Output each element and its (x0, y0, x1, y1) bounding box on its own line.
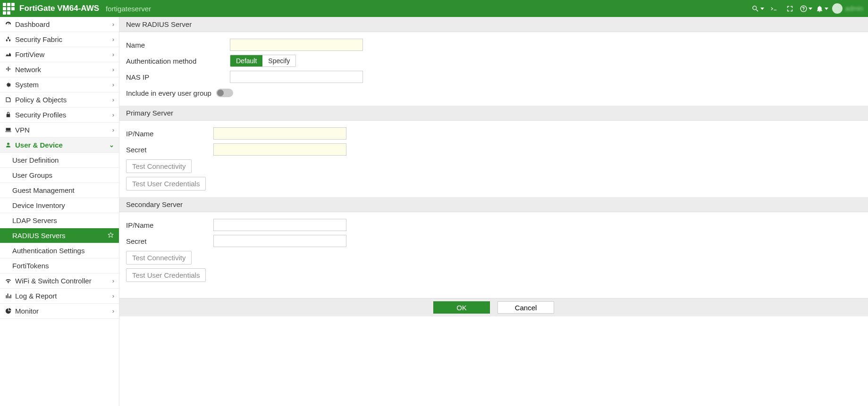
sidebar-item-network[interactable]: Network › (0, 62, 119, 77)
user-icon (4, 141, 12, 149)
gear-icon (4, 81, 12, 88)
sidebar-sub-label: LDAP Servers (12, 216, 114, 224)
sidebar-sub-user-definition[interactable]: User Definition (0, 153, 119, 168)
general-settings: Name Authentication method Default Speci… (119, 32, 868, 106)
name-label: Name (126, 41, 230, 49)
help-button[interactable] (798, 0, 814, 17)
sidebar-item-monitor[interactable]: Monitor › (0, 304, 119, 319)
sidebar-item-policy-objects[interactable]: Policy & Objects › (0, 92, 119, 108)
sidebar-item-fortiview[interactable]: FortiView › (0, 47, 119, 62)
notifications-button[interactable] (814, 0, 830, 17)
sidebar-sub-label: RADIUS Servers (12, 232, 107, 240)
nas-ip-label: NAS IP (126, 73, 230, 81)
sidebar-item-label: Dashboard (15, 20, 112, 28)
product-name: FortiGate VM64-AWS (19, 4, 99, 13)
search-icon (751, 5, 759, 13)
sidebar-item-label: VPN (15, 126, 112, 134)
primary-server-section: IP/Name Secret Test Connectivity Test Us… (119, 121, 868, 197)
sidebar-sub-authentication-settings[interactable]: Authentication Settings (0, 243, 119, 258)
sidebar-item-label: WiFi & Switch Controller (15, 277, 112, 285)
chart-area-icon (4, 51, 12, 58)
sidebar-item-dashboard[interactable]: Dashboard › (0, 17, 119, 32)
chevron-right-icon: › (112, 292, 114, 299)
sidebar-item-log-report[interactable]: Log & Report › (0, 289, 119, 304)
search-button[interactable] (750, 0, 766, 17)
sidebar-sub-ldap-servers[interactable]: LDAP Servers (0, 213, 119, 228)
primary-server-header: Primary Server (119, 106, 868, 121)
sidebar-item-system[interactable]: System › (0, 77, 119, 92)
chevron-right-icon: › (112, 66, 114, 73)
sidebar-sub-label: User Definition (12, 156, 114, 164)
sidebar-sub-fortitokens[interactable]: FortiTokens (0, 258, 119, 273)
sidebar-sub-user-groups[interactable]: User Groups (0, 168, 119, 183)
help-icon (800, 5, 808, 13)
cancel-button[interactable]: Cancel (497, 301, 554, 314)
include-every-group-label: Include in every user group (126, 89, 211, 97)
terminal-icon (770, 5, 778, 13)
secondary-secret-input[interactable] (213, 235, 346, 247)
secondary-secret-label: Secret (126, 237, 213, 245)
pie-chart-icon (4, 307, 12, 315)
sidebar-sub-device-inventory[interactable]: Device Inventory (0, 198, 119, 213)
bell-icon (816, 5, 824, 13)
auth-default-button[interactable]: Default (230, 55, 262, 66)
fullscreen-button[interactable] (782, 0, 798, 17)
sidebar-item-security-profiles[interactable]: Security Profiles › (0, 108, 119, 123)
chevron-right-icon: › (112, 21, 114, 28)
expand-icon (786, 5, 794, 13)
secondary-test-credentials-button[interactable]: Test User Credentials (126, 268, 206, 282)
primary-ip-input[interactable] (213, 127, 346, 140)
secondary-server-header: Secondary Server (119, 197, 868, 212)
sidebar-item-wifi-switch[interactable]: WiFi & Switch Controller › (0, 273, 119, 289)
app-header: FortiGate VM64-AWS fortigateserver admin (0, 0, 868, 17)
chevron-right-icon: › (112, 51, 114, 58)
sidebar-item-label: Security Profiles (15, 111, 112, 119)
username-label: admin (845, 5, 863, 12)
caret-down-icon (825, 8, 828, 10)
chevron-down-icon: ⌄ (109, 141, 114, 149)
cli-button[interactable] (766, 0, 782, 17)
chevron-right-icon: › (112, 126, 114, 133)
auth-method-toggle: Default Specify (230, 55, 296, 67)
sidebar: Dashboard › Security Fabric › FortiView … (0, 17, 119, 406)
form-footer: OK Cancel (119, 298, 868, 316)
sidebar-item-user-device[interactable]: User & Device ⌄ (0, 138, 119, 153)
primary-test-connectivity-button[interactable]: Test Connectivity (126, 159, 192, 173)
sidebar-item-label: Network (15, 66, 112, 74)
primary-secret-input[interactable] (213, 143, 346, 156)
sidebar-item-label: User & Device (15, 141, 109, 149)
main-content: New RADIUS Server Name Authentication me… (119, 17, 868, 406)
laptop-icon (4, 126, 12, 133)
ok-button[interactable]: OK (433, 301, 490, 314)
auth-specify-button[interactable]: Specify (262, 55, 295, 66)
sidebar-item-vpn[interactable]: VPN › (0, 123, 119, 138)
nas-ip-input[interactable] (230, 71, 363, 83)
lock-icon (4, 111, 12, 118)
user-avatar[interactable] (832, 3, 843, 14)
secondary-server-section: IP/Name Secret Test Connectivity Test Us… (119, 212, 868, 289)
secondary-test-connectivity-button[interactable]: Test Connectivity (126, 251, 192, 265)
include-every-group-toggle[interactable] (216, 89, 233, 97)
sidebar-sub-label: FortiTokens (12, 262, 114, 270)
chevron-right-icon: › (112, 307, 114, 315)
chevron-right-icon: › (112, 36, 114, 43)
sidebar-item-security-fabric[interactable]: Security Fabric › (0, 32, 119, 47)
chevron-right-icon: › (112, 111, 114, 118)
product-logo (3, 3, 15, 15)
primary-test-credentials-button[interactable]: Test User Credentials (126, 177, 206, 191)
sidebar-sub-label: Guest Management (12, 186, 114, 194)
caret-down-icon (809, 8, 812, 10)
bar-chart-icon (4, 292, 12, 299)
logo-icon (3, 3, 15, 15)
star-icon[interactable] (107, 232, 114, 240)
caret-down-icon (760, 8, 764, 10)
chevron-right-icon: › (112, 81, 114, 88)
wifi-icon (4, 277, 12, 284)
sidebar-item-label: Policy & Objects (15, 96, 112, 104)
sidebar-sub-radius-servers[interactable]: RADIUS Servers (0, 228, 119, 243)
sidebar-sub-label: Device Inventory (12, 201, 114, 209)
name-input[interactable] (230, 39, 363, 51)
secondary-ip-input[interactable] (213, 219, 346, 231)
sidebar-sub-guest-management[interactable]: Guest Management (0, 183, 119, 198)
sidebar-item-label: FortiView (15, 50, 112, 58)
